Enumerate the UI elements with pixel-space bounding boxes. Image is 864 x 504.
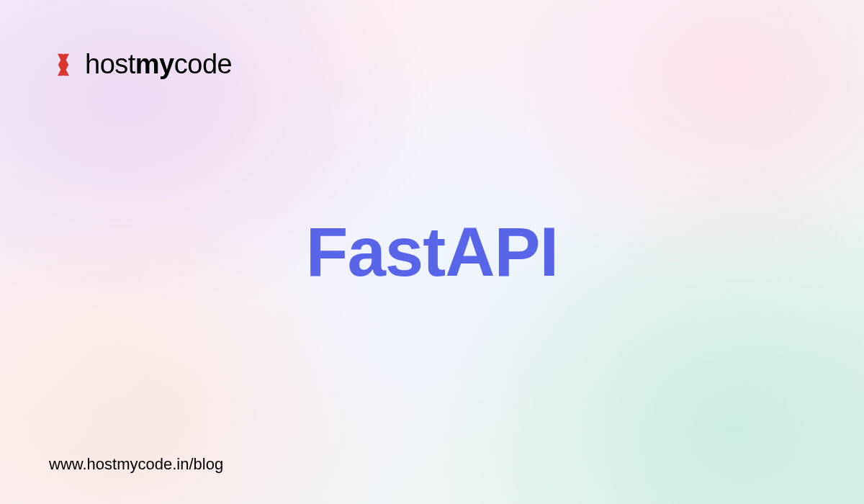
brand-logo: hostmycode (49, 49, 232, 80)
brand-logo-icon (49, 50, 78, 79)
brand-text-part2: my (135, 49, 174, 79)
footer-url: www.hostmycode.in/blog (49, 455, 223, 474)
brand-text-part3: code (174, 49, 232, 79)
brand-text-part1: host (85, 49, 135, 79)
brand-logo-text: hostmycode (85, 49, 232, 80)
hero-title: FastAPI (306, 212, 558, 292)
